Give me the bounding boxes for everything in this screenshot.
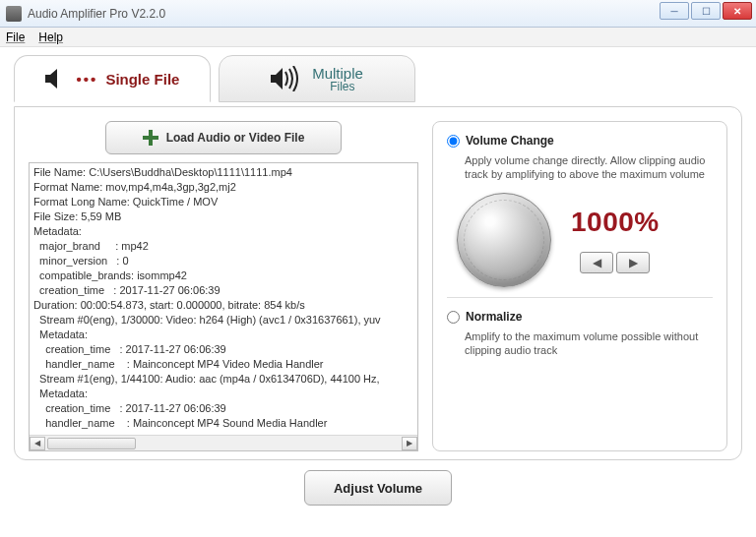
increase-button[interactable]: ▶: [616, 252, 650, 273]
info-line: Metadata:: [33, 387, 413, 401]
adjust-volume-button[interactable]: Adjust Volume: [304, 470, 452, 506]
info-line: Metadata:: [33, 328, 413, 342]
window-controls: ─ ☐ ✕: [660, 2, 752, 20]
dial-area: 1000% ◀ ▶: [457, 193, 713, 287]
percent-block: 1000% ◀ ▶: [571, 207, 660, 273]
info-line: File Name: C:\Users\Buddha\Desktop\1111\…: [33, 165, 413, 180]
volume-change-desc: Apply volume change directly. Allow clip…: [465, 153, 713, 181]
info-line: handler_name : Mainconcept MP4 Video Med…: [33, 357, 413, 372]
tabs: ••• Single File Multiple Files: [14, 55, 742, 106]
tab-multiple-label: Multiple Files: [312, 65, 363, 93]
info-line: Duration: 00:00:54.873, start: 0.000000,…: [33, 298, 413, 313]
file-info-box: File Name: C:\Users\Buddha\Desktop\1111\…: [29, 162, 418, 451]
info-line: handler_name : Mainconcept MP4 Sound Med…: [33, 416, 413, 431]
scroll-right-icon[interactable]: ▶: [402, 437, 417, 450]
titlebar: Audio Amplifier Pro V2.2.0 ─ ☐ ✕: [0, 0, 756, 28]
close-button[interactable]: ✕: [723, 2, 752, 20]
info-line: Metadata:: [33, 224, 413, 239]
option-volume-change[interactable]: Volume Change: [447, 134, 713, 148]
info-line: compatible_brands: isommp42: [33, 268, 413, 283]
info-line: creation_time : 2017-11-27 06:06:39: [33, 401, 413, 416]
info-line: creation_time : 2017-11-27 06:06:39: [33, 283, 413, 298]
info-line: Format Long Name: QuickTime / MOV: [33, 195, 413, 209]
tab-single-label: Single File: [105, 71, 179, 88]
main-panel: Load Audio or Video File File Name: C:\U…: [14, 106, 742, 460]
scroll-left-icon[interactable]: ◀: [30, 437, 45, 450]
volume-percent: 1000%: [571, 207, 660, 238]
adjust-row: Adjust Volume: [14, 470, 742, 506]
speaker-low-icon: [45, 68, 71, 90]
scroll-thumb[interactable]: [47, 438, 136, 449]
load-file-button[interactable]: Load Audio or Video File: [105, 121, 342, 154]
plus-icon: [143, 130, 158, 146]
tab-single-file[interactable]: ••• Single File: [14, 55, 211, 102]
content: ••• Single File Multiple Files Load: [0, 47, 756, 511]
dots-icon: •••: [77, 71, 98, 88]
info-line: Format Name: mov,mp4,m4a,3gp,3g2,mj2: [33, 180, 413, 195]
window-title: Audio Amplifier Pro V2.2.0: [28, 7, 165, 21]
radio-volume-change[interactable]: [447, 135, 460, 148]
option-normalize[interactable]: Normalize: [447, 310, 713, 324]
svg-marker-1: [271, 68, 283, 90]
info-line: Stream #1(eng), 1/44100: Audio: aac (mp4…: [33, 372, 413, 387]
app-icon: [6, 6, 22, 22]
normalize-title: Normalize: [466, 310, 522, 324]
separator: [447, 297, 713, 298]
normalize-desc: Amplify to the maximum volume possible w…: [465, 329, 713, 357]
load-file-label: Load Audio or Video File: [166, 131, 305, 145]
info-line: creation_time : 2017-11-27 06:06:39: [33, 342, 413, 357]
left-panel: Load Audio or Video File File Name: C:\U…: [29, 121, 418, 451]
menu-file[interactable]: File: [6, 30, 25, 44]
info-line: minor_version : 0: [33, 254, 413, 268]
speaker-loud-icon: [271, 66, 304, 91]
minimize-button[interactable]: ─: [660, 2, 689, 20]
menubar: File Help: [0, 28, 756, 47]
info-line: Stream #0(eng), 1/30000: Video: h264 (Hi…: [33, 313, 413, 328]
info-line: File Size: 5,59 MB: [33, 209, 413, 224]
horizontal-scrollbar[interactable]: ◀ ▶: [30, 435, 417, 450]
right-panel: Volume Change Apply volume change direct…: [432, 121, 727, 451]
radio-normalize[interactable]: [447, 311, 460, 324]
tab-multiple-files[interactable]: Multiple Files: [219, 55, 415, 102]
svg-marker-0: [45, 69, 57, 89]
decrease-button[interactable]: ◀: [580, 252, 613, 273]
menu-help[interactable]: Help: [38, 30, 63, 44]
volume-change-title: Volume Change: [466, 134, 554, 148]
info-line: major_brand : mp42: [33, 239, 413, 254]
maximize-button[interactable]: ☐: [691, 2, 721, 20]
volume-dial[interactable]: [457, 193, 551, 287]
